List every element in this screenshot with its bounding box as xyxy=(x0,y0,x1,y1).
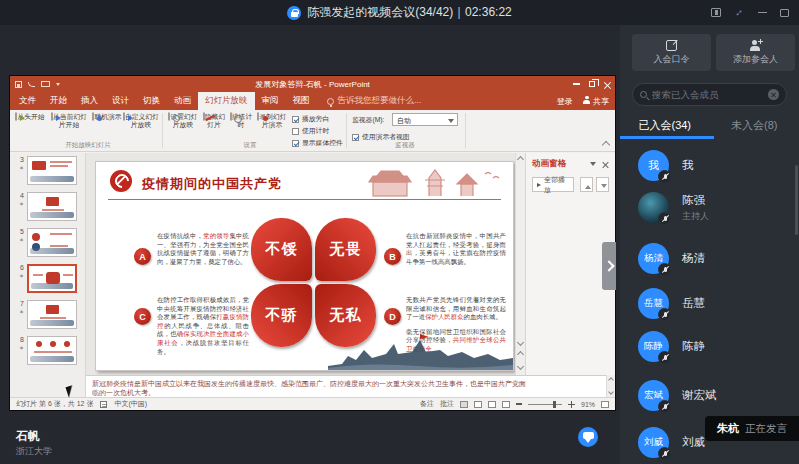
comments-button[interactable]: 批注 xyxy=(440,399,454,409)
participant-row[interactable]: 陈静 陈静 xyxy=(638,331,705,362)
custom-slideshow-button[interactable]: 自定义幻灯片放映 xyxy=(123,113,159,128)
share-button[interactable]: 共享 xyxy=(583,96,609,107)
slide-sorter-view-icon[interactable] xyxy=(474,401,482,408)
panel-collapse-handle[interactable] xyxy=(602,242,616,290)
tell-me-box[interactable]: 告诉我您想要做什么... xyxy=(317,92,422,110)
notes-pane[interactable]: 新冠肺炎疫情是新中国成立以来在我国发生的传播速度最快、感染范围最广、防控难度最大… xyxy=(86,375,607,397)
add-participant-button[interactable]: 添加参会人 xyxy=(716,34,795,71)
record-slideshow-button[interactable]: 录制幻灯片演示 xyxy=(255,113,289,128)
tab-insert[interactable]: 插入 xyxy=(74,92,105,110)
spellcheck-icon[interactable] xyxy=(100,401,107,408)
next-slide-icon xyxy=(517,363,524,370)
participant-row[interactable]: 宏斌 谢宏斌 xyxy=(638,380,717,411)
from-current-slide-button[interactable]: 从当前幻灯片开始 xyxy=(48,113,90,128)
invite-code-button[interactable]: 入会口令 xyxy=(632,34,711,71)
hide-slide-button[interactable]: 隐藏幻灯片 xyxy=(201,113,227,128)
slideshow-view-icon[interactable] xyxy=(502,401,510,408)
participant-row-host[interactable]: 陈强 主持人 xyxy=(638,192,709,223)
label-circle-a: A xyxy=(134,248,151,265)
search-input[interactable] xyxy=(652,89,763,100)
tab-review[interactable]: 审阅 xyxy=(255,92,286,110)
group-setup: 设置 xyxy=(190,141,310,150)
save-icon[interactable] xyxy=(15,81,22,88)
move-earlier-button[interactable] xyxy=(580,177,593,192)
clear-search-icon[interactable] xyxy=(768,89,779,100)
mic-muted-icon xyxy=(658,212,671,225)
sidebar-scrollbar[interactable] xyxy=(795,165,798,235)
mic-muted-icon xyxy=(658,170,671,183)
pane-close-icon[interactable] xyxy=(602,161,609,168)
ppt-minimize-icon[interactable] xyxy=(573,83,580,84)
normal-view-icon[interactable] xyxy=(460,401,468,408)
move-later-button[interactable] xyxy=(596,177,609,192)
setup-slideshow-button[interactable]: 设置幻灯片放映 xyxy=(166,113,200,128)
qat-caret-icon[interactable] xyxy=(56,83,60,88)
thumbnail-slide-8[interactable]: 8✶ xyxy=(14,336,83,365)
tab-slideshow[interactable]: 幻灯片放映 xyxy=(198,92,255,110)
petal-bu-jiao: 不骄 xyxy=(251,284,312,347)
play-all-button[interactable]: 全部播放 xyxy=(532,177,574,192)
maximize-icon[interactable] xyxy=(780,9,789,17)
ppt-restore-icon[interactable] xyxy=(589,81,595,87)
monitor-dropdown[interactable]: 自动 xyxy=(392,113,458,126)
lightbulb-icon xyxy=(327,98,334,105)
thumbnail-slide-5[interactable]: 5✶ xyxy=(14,228,83,257)
present-online-button[interactable]: 联机演示 xyxy=(92,113,122,121)
fullscreen-icon[interactable]: ↕ xyxy=(732,5,748,21)
reading-view-icon[interactable] xyxy=(488,401,496,408)
speaking-status: 正在发言 xyxy=(745,422,787,436)
tab-design[interactable]: 设计 xyxy=(105,92,136,110)
zoom-slider[interactable] xyxy=(528,404,562,405)
use-timings-checkbox[interactable]: 使用计时 xyxy=(292,126,329,136)
notes-scrollbar[interactable] xyxy=(606,375,615,397)
pane-menu-caret-icon[interactable] xyxy=(590,162,596,169)
slide-canvas[interactable]: 疫情期间的中国共产党 xyxy=(95,161,514,371)
thumbnail-slide-6-selected[interactable]: 6✶ xyxy=(14,264,83,293)
thumbnail-slide-4[interactable]: 4✶ xyxy=(14,192,83,221)
search-box[interactable] xyxy=(632,83,787,106)
layout-view-icon[interactable] xyxy=(711,8,721,17)
collapse-ribbon-icon[interactable] xyxy=(602,141,610,149)
participant-row[interactable]: 岳慧 岳慧 xyxy=(638,288,705,319)
signin-button[interactable]: 登录 xyxy=(557,96,573,107)
slide-thumbnail-panel[interactable]: 3✶ 4✶ 5✶ 6✶ 7✶ 8✶ xyxy=(10,153,86,397)
participant-row[interactable]: 刘威 刘威 xyxy=(638,427,705,458)
lock-icon xyxy=(287,6,301,20)
chat-button[interactable] xyxy=(578,427,598,447)
fit-to-window-icon[interactable] xyxy=(601,401,609,408)
zoom-in-icon[interactable] xyxy=(568,401,575,408)
group-monitors: 监视器 xyxy=(350,141,460,150)
group-start-slideshow: 开始放映幻灯片 xyxy=(28,141,148,150)
avatar: 我 xyxy=(638,150,669,181)
slide-counter: 幻灯片 第 6 张，共 12 张 xyxy=(16,399,93,409)
ppt-window-title: 发展对象答辩-石帆 - PowerPoint xyxy=(10,79,615,90)
tab-file[interactable]: 文件 xyxy=(12,92,43,110)
undo-icon[interactable] xyxy=(28,82,35,87)
participant-row-me[interactable]: 我 我 xyxy=(638,150,694,181)
play-narrations-checkbox[interactable]: 播放旁白 xyxy=(292,114,329,124)
slideshow-icon[interactable] xyxy=(41,81,50,87)
language-indicator[interactable]: 中文(中国) xyxy=(114,399,147,409)
tab-animations[interactable]: 动画 xyxy=(167,92,198,110)
tab-view[interactable]: 视图 xyxy=(286,92,317,110)
tab-home[interactable]: 开始 xyxy=(43,92,74,110)
avatar: 刘威 xyxy=(638,427,669,458)
notes-button[interactable]: 备注 xyxy=(420,399,434,409)
minimize-icon[interactable] xyxy=(758,12,767,14)
avatar: 陈静 xyxy=(638,331,669,362)
zoom-level[interactable]: 91% xyxy=(581,401,595,408)
ppt-close-icon[interactable] xyxy=(604,81,611,88)
slide-scrollbar[interactable] xyxy=(515,153,525,375)
thumbnail-slide-3[interactable]: 3✶ xyxy=(14,156,83,185)
from-beginning-button[interactable]: 从头开始 xyxy=(14,113,46,121)
tab-not-joined[interactable]: 未入会(8) xyxy=(710,113,799,139)
participant-row[interactable]: 杨清 杨清 xyxy=(638,243,705,274)
scroll-down-icon xyxy=(517,339,524,346)
tab-transitions[interactable]: 切换 xyxy=(136,92,167,110)
thumbnail-slide-7[interactable]: 7✶ xyxy=(14,300,83,329)
share-code-icon xyxy=(666,40,677,51)
zoom-out-icon[interactable] xyxy=(516,403,522,404)
quick-access-toolbar[interactable] xyxy=(15,80,60,88)
slide-editor-area[interactable]: 疫情期间的中国共产党 xyxy=(86,153,515,375)
rehearse-timings-button[interactable]: 排练计时 xyxy=(228,113,254,128)
